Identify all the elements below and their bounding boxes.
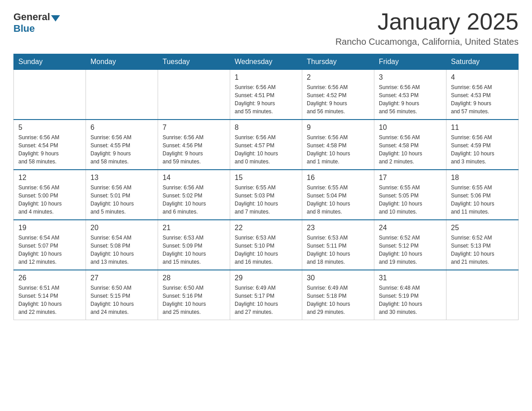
day-number: 25 bbox=[451, 224, 514, 232]
calendar-cell: 18Sunrise: 6:55 AM Sunset: 5:06 PM Dayli… bbox=[446, 170, 519, 220]
logo-blue-text: Blue bbox=[13, 23, 35, 34]
calendar-cell: 26Sunrise: 6:51 AM Sunset: 5:14 PM Dayli… bbox=[14, 270, 86, 320]
day-info: Sunrise: 6:55 AM Sunset: 5:06 PM Dayligh… bbox=[451, 184, 514, 216]
logo: General Blue bbox=[13, 9, 61, 34]
calendar-cell: 23Sunrise: 6:53 AM Sunset: 5:11 PM Dayli… bbox=[302, 220, 374, 270]
day-number: 20 bbox=[90, 224, 153, 232]
day-number: 29 bbox=[235, 274, 297, 282]
weekday-header-saturday: Saturday bbox=[446, 54, 519, 70]
day-number: 28 bbox=[163, 274, 225, 282]
logo-general-text: General bbox=[13, 11, 50, 23]
calendar-cell: 31Sunrise: 6:48 AM Sunset: 5:19 PM Dayli… bbox=[374, 270, 446, 320]
calendar-cell: 8Sunrise: 6:56 AM Sunset: 4:57 PM Daylig… bbox=[230, 120, 302, 170]
calendar-cell: 27Sunrise: 6:50 AM Sunset: 5:15 PM Dayli… bbox=[86, 270, 158, 320]
calendar-cell bbox=[86, 70, 158, 120]
calendar-cell: 17Sunrise: 6:55 AM Sunset: 5:05 PM Dayli… bbox=[374, 170, 446, 220]
calendar-table: SundayMondayTuesdayWednesdayThursdayFrid… bbox=[13, 54, 519, 320]
calendar-cell: 3Sunrise: 6:56 AM Sunset: 4:53 PM Daylig… bbox=[374, 70, 446, 120]
day-info: Sunrise: 6:56 AM Sunset: 4:53 PM Dayligh… bbox=[379, 83, 442, 116]
calendar-cell: 19Sunrise: 6:54 AM Sunset: 5:07 PM Dayli… bbox=[14, 220, 86, 270]
weekday-header-friday: Friday bbox=[374, 54, 446, 70]
calendar-cell: 13Sunrise: 6:56 AM Sunset: 5:01 PM Dayli… bbox=[86, 170, 158, 220]
day-info: Sunrise: 6:54 AM Sunset: 5:07 PM Dayligh… bbox=[18, 234, 81, 266]
calendar-week-row: 5Sunrise: 6:56 AM Sunset: 4:54 PM Daylig… bbox=[14, 120, 519, 170]
day-info: Sunrise: 6:56 AM Sunset: 4:59 PM Dayligh… bbox=[451, 133, 514, 166]
month-title: January 2025 bbox=[335, 9, 519, 34]
calendar-cell: 28Sunrise: 6:50 AM Sunset: 5:16 PM Dayli… bbox=[158, 270, 230, 320]
calendar-cell: 9Sunrise: 6:56 AM Sunset: 4:58 PM Daylig… bbox=[302, 120, 374, 170]
day-number: 19 bbox=[18, 224, 81, 232]
day-info: Sunrise: 6:56 AM Sunset: 5:01 PM Dayligh… bbox=[90, 184, 153, 216]
calendar-cell: 11Sunrise: 6:56 AM Sunset: 4:59 PM Dayli… bbox=[446, 120, 519, 170]
day-info: Sunrise: 6:56 AM Sunset: 5:02 PM Dayligh… bbox=[163, 184, 225, 216]
day-number: 27 bbox=[90, 274, 153, 282]
calendar-cell: 7Sunrise: 6:56 AM Sunset: 4:56 PM Daylig… bbox=[158, 120, 230, 170]
day-number: 23 bbox=[307, 224, 369, 232]
day-number: 30 bbox=[307, 274, 369, 282]
calendar-cell: 30Sunrise: 6:49 AM Sunset: 5:18 PM Dayli… bbox=[302, 270, 374, 320]
day-number: 4 bbox=[451, 73, 514, 81]
day-number: 22 bbox=[235, 224, 297, 232]
calendar-cell bbox=[158, 70, 230, 120]
day-number: 5 bbox=[18, 124, 81, 132]
day-number: 21 bbox=[163, 224, 225, 232]
day-info: Sunrise: 6:52 AM Sunset: 5:12 PM Dayligh… bbox=[379, 234, 442, 266]
weekday-header-monday: Monday bbox=[86, 54, 158, 70]
day-info: Sunrise: 6:53 AM Sunset: 5:09 PM Dayligh… bbox=[163, 234, 225, 266]
day-number: 24 bbox=[379, 224, 442, 232]
day-number: 18 bbox=[451, 174, 514, 182]
day-number: 6 bbox=[90, 124, 153, 132]
calendar-cell: 4Sunrise: 6:56 AM Sunset: 4:53 PM Daylig… bbox=[446, 70, 519, 120]
day-info: Sunrise: 6:56 AM Sunset: 4:57 PM Dayligh… bbox=[235, 133, 297, 166]
day-info: Sunrise: 6:56 AM Sunset: 4:55 PM Dayligh… bbox=[90, 133, 153, 166]
day-info: Sunrise: 6:56 AM Sunset: 4:52 PM Dayligh… bbox=[307, 83, 369, 116]
day-number: 7 bbox=[163, 124, 225, 132]
day-number: 17 bbox=[379, 174, 442, 182]
weekday-header-sunday: Sunday bbox=[14, 54, 86, 70]
calendar-week-row: 1Sunrise: 6:56 AM Sunset: 4:51 PM Daylig… bbox=[14, 70, 519, 120]
calendar-week-row: 26Sunrise: 6:51 AM Sunset: 5:14 PM Dayli… bbox=[14, 270, 519, 320]
weekday-header-tuesday: Tuesday bbox=[158, 54, 230, 70]
day-info: Sunrise: 6:56 AM Sunset: 4:51 PM Dayligh… bbox=[235, 83, 297, 116]
calendar-cell: 10Sunrise: 6:56 AM Sunset: 4:58 PM Dayli… bbox=[374, 120, 446, 170]
day-number: 15 bbox=[235, 174, 297, 182]
logo-arrow-icon bbox=[51, 15, 60, 21]
calendar-cell: 29Sunrise: 6:49 AM Sunset: 5:17 PM Dayli… bbox=[230, 270, 302, 320]
weekday-header-thursday: Thursday bbox=[302, 54, 374, 70]
day-number: 2 bbox=[307, 73, 369, 81]
calendar-cell: 12Sunrise: 6:56 AM Sunset: 5:00 PM Dayli… bbox=[14, 170, 86, 220]
calendar-cell bbox=[446, 270, 519, 320]
calendar-cell: 1Sunrise: 6:56 AM Sunset: 4:51 PM Daylig… bbox=[230, 70, 302, 120]
day-info: Sunrise: 6:52 AM Sunset: 5:13 PM Dayligh… bbox=[451, 234, 514, 266]
calendar-cell bbox=[14, 70, 86, 120]
day-number: 9 bbox=[307, 124, 369, 132]
day-info: Sunrise: 6:56 AM Sunset: 4:58 PM Dayligh… bbox=[379, 133, 442, 166]
calendar-cell: 2Sunrise: 6:56 AM Sunset: 4:52 PM Daylig… bbox=[302, 70, 374, 120]
weekday-header-wednesday: Wednesday bbox=[230, 54, 302, 70]
calendar-cell: 14Sunrise: 6:56 AM Sunset: 5:02 PM Dayli… bbox=[158, 170, 230, 220]
day-number: 3 bbox=[379, 73, 442, 81]
day-number: 31 bbox=[379, 274, 442, 282]
day-number: 1 bbox=[235, 73, 297, 81]
title-section: January 2025 Rancho Cucamonga, Californi… bbox=[335, 9, 519, 47]
calendar-week-row: 12Sunrise: 6:56 AM Sunset: 5:00 PM Dayli… bbox=[14, 170, 519, 220]
day-info: Sunrise: 6:50 AM Sunset: 5:16 PM Dayligh… bbox=[163, 284, 225, 316]
day-info: Sunrise: 6:56 AM Sunset: 4:56 PM Dayligh… bbox=[163, 133, 225, 166]
day-number: 26 bbox=[18, 274, 81, 282]
day-info: Sunrise: 6:55 AM Sunset: 5:04 PM Dayligh… bbox=[307, 184, 369, 216]
calendar-cell: 15Sunrise: 6:55 AM Sunset: 5:03 PM Dayli… bbox=[230, 170, 302, 220]
day-number: 16 bbox=[307, 174, 369, 182]
calendar-cell: 21Sunrise: 6:53 AM Sunset: 5:09 PM Dayli… bbox=[158, 220, 230, 270]
weekday-header-row: SundayMondayTuesdayWednesdayThursdayFrid… bbox=[14, 54, 519, 70]
day-number: 12 bbox=[18, 174, 81, 182]
page-header: General Blue January 2025 Rancho Cucamon… bbox=[13, 9, 519, 47]
day-info: Sunrise: 6:55 AM Sunset: 5:05 PM Dayligh… bbox=[379, 184, 442, 216]
day-info: Sunrise: 6:56 AM Sunset: 4:58 PM Dayligh… bbox=[307, 133, 369, 166]
day-info: Sunrise: 6:53 AM Sunset: 5:10 PM Dayligh… bbox=[235, 234, 297, 266]
calendar-cell: 25Sunrise: 6:52 AM Sunset: 5:13 PM Dayli… bbox=[446, 220, 519, 270]
day-info: Sunrise: 6:49 AM Sunset: 5:17 PM Dayligh… bbox=[235, 284, 297, 316]
calendar-week-row: 19Sunrise: 6:54 AM Sunset: 5:07 PM Dayli… bbox=[14, 220, 519, 270]
calendar-cell: 5Sunrise: 6:56 AM Sunset: 4:54 PM Daylig… bbox=[14, 120, 86, 170]
calendar-cell: 20Sunrise: 6:54 AM Sunset: 5:08 PM Dayli… bbox=[86, 220, 158, 270]
day-info: Sunrise: 6:53 AM Sunset: 5:11 PM Dayligh… bbox=[307, 234, 369, 266]
